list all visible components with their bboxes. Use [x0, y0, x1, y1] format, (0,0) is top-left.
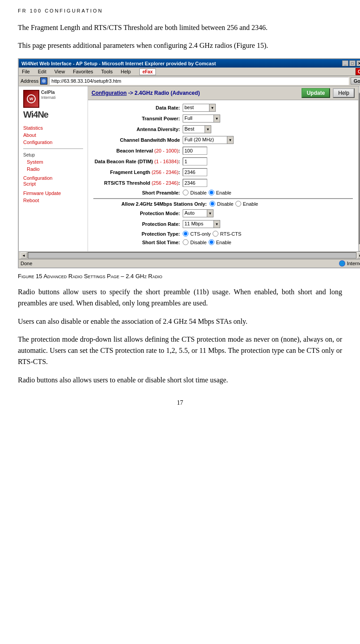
panel-title-section: 2.4GHz Radio (Advanced)	[134, 90, 200, 96]
transmit-power-select[interactable]: Full	[183, 114, 214, 123]
intro-para-2: This page presents additional parameters…	[18, 40, 342, 51]
channel-bandwidth-select[interactable]: Full (20 MHz)	[183, 136, 227, 144]
allow-54mbps-row: Allow 2.4GHz 54Mbps Stations Only: Disab…	[93, 201, 353, 207]
fragment-length-input[interactable]	[183, 168, 207, 176]
nav-setup-label: Setup	[23, 152, 83, 158]
browser-sidebar: W CelPla Internati Wi4Ne Statistics Abou…	[19, 86, 88, 251]
h-scroll-track[interactable]	[28, 252, 356, 258]
menu-favorites[interactable]: Favorites	[71, 68, 94, 75]
protection-rate-arrow[interactable]: ▼	[214, 220, 220, 228]
short-slot-disable-radio[interactable]	[183, 239, 188, 245]
protection-rate-select-wrapper: 11 Mbps ▼	[183, 220, 220, 228]
data-rate-select[interactable]: best	[183, 104, 209, 112]
menu-help[interactable]: Help	[119, 68, 132, 75]
channel-bandwidth-row: Channel Bandwitdh Mode Full (20 MHz) ▼	[93, 136, 353, 144]
allow-54mbps-radio-group: Disable Enable	[209, 201, 258, 207]
panel-title: Configuration -> 2.4GHz Radio (Advanced)	[92, 90, 200, 96]
protection-mode-label: Protection Mode:	[93, 211, 183, 216]
sidebar-item-system[interactable]: System	[23, 158, 83, 165]
protection-type-cts-only-radio[interactable]	[183, 231, 188, 237]
data-rate-label: Data Rate:	[93, 105, 183, 110]
window-controls: _ □ ✕	[342, 60, 360, 66]
rts-cts-threshold-input[interactable]	[183, 179, 207, 187]
transmit-power-label: Transmit Power:	[93, 116, 183, 121]
beacon-interval-label: Beacon Interval (20 - 1000):	[93, 148, 183, 153]
comcast-logo: C	[356, 68, 360, 75]
vertical-scrollbar: ▲ ▼	[358, 86, 360, 251]
menu-tools[interactable]: Tools	[100, 68, 114, 75]
short-slot-enable-label: Enable	[216, 240, 231, 245]
protection-mode-select-wrapper: Auto ▼	[183, 209, 213, 217]
browser-menubar: File Edit View Favorites Tools Help eFax…	[19, 68, 360, 76]
antenna-diversity-arrow[interactable]: ▼	[205, 125, 211, 133]
allow-54mbps-disable-radio[interactable]	[209, 201, 215, 207]
browser-title-text: Wi4Net Web Interface - AP Setup - Micros…	[21, 61, 216, 66]
update-button[interactable]: Update	[301, 88, 331, 98]
panel-header-buttons: Update Help	[301, 88, 355, 98]
help-button[interactable]: Help	[333, 88, 355, 98]
protection-rate-select[interactable]: 11 Mbps	[183, 220, 214, 228]
figure-caption-text: Figure 15 Advanced Radio Settings Page –…	[18, 273, 162, 280]
antenna-diversity-select[interactable]: Best	[183, 125, 205, 133]
panel-title-prefix: Configuration	[92, 90, 127, 96]
address-input[interactable]: http://63.98.33.104/setupfr3.htm	[49, 77, 348, 85]
short-preamble-disable-label: Disable	[190, 190, 207, 195]
allow-54mbps-enable-radio[interactable]	[235, 201, 241, 207]
body-para-3: The protection mode drop-down list allow…	[18, 334, 342, 367]
body-para-2: Users can also disable or enable the ass…	[18, 316, 342, 327]
go-button[interactable]: Go	[351, 77, 360, 85]
short-slot-time-radio-group: Disable Enable	[183, 239, 231, 245]
sidebar-item-reboot[interactable]: Reboot	[23, 197, 83, 204]
short-preamble-enable-radio[interactable]	[209, 190, 214, 195]
data-rate-arrow[interactable]: ▼	[209, 104, 216, 112]
protection-mode-arrow[interactable]: ▼	[207, 209, 213, 217]
rts-cts-threshold-row: RTS/CTS Threshold (256 - 2346):	[93, 179, 353, 187]
data-beacon-rate-label: Data Beacon Rate (DTIM) (1 - 16384):	[93, 159, 183, 164]
address-label: Address	[21, 78, 38, 84]
maximize-button[interactable]: □	[349, 60, 356, 66]
sidebar-item-statistics[interactable]: Statistics	[23, 124, 83, 131]
efax-button[interactable]: eFax	[139, 68, 156, 75]
channel-bandwidth-label: Channel Bandwitdh Mode	[93, 137, 183, 143]
menu-edit[interactable]: Edit	[37, 68, 48, 75]
scroll-left-button[interactable]: ◄	[21, 252, 27, 258]
transmit-power-select-wrapper: Full ▼	[183, 114, 220, 123]
sidebar-item-radio[interactable]: Radio	[23, 165, 83, 173]
page-number: 17	[18, 399, 342, 407]
transmit-power-arrow[interactable]: ▼	[214, 114, 220, 123]
data-beacon-rate-input[interactable]	[183, 157, 207, 165]
beacon-interval-input[interactable]	[183, 147, 207, 155]
protection-type-rts-cts-radio[interactable]	[213, 231, 218, 237]
data-rate-select-wrapper: best ▼	[183, 104, 216, 112]
body-para-4: Radio buttons also allows users to enabl…	[18, 375, 342, 386]
horizontal-scrollbar: ◄ ►	[19, 251, 360, 259]
panel-title-arrow: ->	[128, 90, 134, 96]
short-preamble-disable-radio[interactable]	[183, 190, 188, 195]
sidebar-item-config-script[interactable]: ConfigurationScript	[23, 174, 83, 188]
scroll-right-button[interactable]: ►	[357, 252, 360, 258]
data-rate-row: Data Rate: best ▼	[93, 104, 353, 112]
allow-54mbps-disable-label: Disable	[217, 201, 234, 207]
nav-separator	[23, 148, 83, 149]
sidebar-item-about[interactable]: About	[23, 131, 83, 139]
short-slot-enable-radio[interactable]	[209, 239, 214, 245]
menu-view[interactable]: View	[53, 68, 67, 75]
menu-file[interactable]: File	[21, 68, 31, 75]
short-preamble-row: Short Preamble: Disable Enable	[93, 190, 353, 195]
sidebar-item-firmware[interactable]: Firmware Update	[23, 190, 83, 197]
short-slot-time-row: Short Slot Time: Disable Enable	[93, 239, 353, 245]
browser-window: Wi4Net Web Interface - AP Setup - Micros…	[18, 58, 360, 268]
beacon-interval-row: Beacon Interval (20 - 1000):	[93, 147, 353, 155]
antenna-diversity-select-wrapper: Best ▼	[183, 125, 211, 133]
protection-mode-select[interactable]: Auto	[183, 209, 207, 217]
data-beacon-rate-row: Data Beacon Rate (DTIM) (1 - 16384):	[93, 157, 353, 165]
minimize-button[interactable]: _	[342, 60, 348, 66]
sidebar-item-configuration[interactable]: Configuration	[23, 139, 83, 146]
section-divider	[93, 198, 353, 199]
channel-bandwidth-arrow[interactable]: ▼	[227, 136, 234, 144]
browser-titlebar: Wi4Net Web Interface - AP Setup - Micros…	[19, 59, 360, 68]
main-panel: Configuration -> 2.4GHz Radio (Advanced)…	[88, 86, 358, 251]
protection-rate-label: Protection Rate:	[93, 221, 183, 227]
close-button[interactable]: ✕	[356, 60, 360, 66]
fragment-length-row: Fragment Length (256 - 2346):	[93, 168, 353, 176]
